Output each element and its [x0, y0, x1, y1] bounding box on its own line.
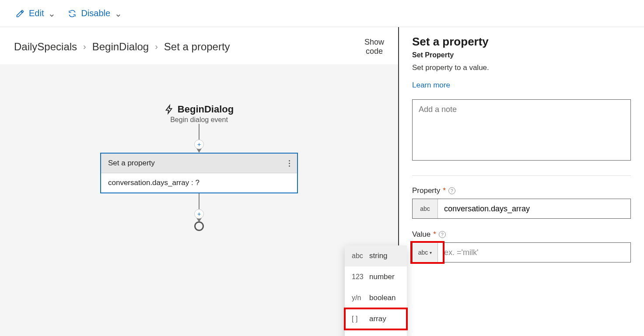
panel-description: Set property to a value.: [412, 63, 631, 72]
panel-subtitle: Set Property: [412, 51, 631, 59]
breadcrumb-item[interactable]: DailySpecials: [14, 41, 77, 53]
flow-canvas[interactable]: BeginDialog Begin dialog event + Set a p…: [0, 64, 398, 336]
type-option-array[interactable]: [ ] array: [345, 308, 407, 329]
required-indicator: *: [443, 186, 446, 195]
trigger-subtitle: Begin dialog event: [170, 116, 228, 124]
type-selector-popup: abc string 123 number y/n boolean [ ] ar…: [345, 245, 407, 336]
properties-panel: Set a property Set Property Set property…: [399, 27, 644, 336]
node-body: conversation.days_array : ?: [101, 173, 297, 192]
toolbar: Edit ⌄ Disable ⌄: [0, 0, 644, 27]
flow-end: [194, 221, 204, 231]
property-type-chip[interactable]: abc: [413, 199, 438, 218]
edit-button[interactable]: Edit ⌄: [16, 8, 56, 19]
note-input[interactable]: [412, 99, 631, 161]
trigger-title: BeginDialog: [178, 104, 234, 115]
canvas-column: DailySpecials › BeginDialog › Set a prop…: [0, 27, 399, 336]
type-option-object[interactable]: { } object: [345, 329, 407, 336]
disable-label: Disable: [81, 8, 110, 18]
value-input[interactable]: [438, 243, 630, 262]
learn-more-link[interactable]: Learn more: [412, 81, 450, 90]
value-field: abc ▾: [412, 242, 631, 262]
type-option-number[interactable]: 123 number: [345, 266, 407, 287]
breadcrumb: DailySpecials › BeginDialog › Set a prop…: [14, 41, 230, 53]
lightning-icon: [164, 104, 174, 115]
type-option-string[interactable]: abc string: [345, 245, 407, 266]
required-indicator: *: [433, 230, 436, 239]
property-label: Property: [412, 186, 440, 195]
value-label: Value: [412, 230, 430, 239]
breadcrumb-item[interactable]: BeginDialog: [92, 41, 149, 53]
chevron-right-icon: ›: [83, 42, 86, 52]
add-node-button[interactable]: +: [194, 209, 204, 219]
property-field: abc: [412, 199, 631, 219]
chevron-right-icon: ›: [155, 42, 158, 52]
refresh-icon: [68, 9, 77, 18]
divider: [412, 175, 631, 176]
breadcrumb-item[interactable]: Set a property: [164, 41, 230, 53]
chevron-down-icon: ⌄: [48, 8, 56, 19]
edit-icon: [16, 9, 24, 18]
edit-label: Edit: [29, 8, 44, 18]
add-node-button[interactable]: +: [194, 140, 204, 149]
node-title: Set a property: [108, 159, 155, 168]
property-input[interactable]: [438, 199, 630, 218]
set-property-node[interactable]: Set a property conversation.days_array :…: [100, 153, 298, 193]
show-code-button[interactable]: Show code: [364, 38, 384, 56]
panel-title: Set a property: [412, 35, 631, 49]
help-icon[interactable]: ?: [448, 187, 455, 194]
value-type-chip[interactable]: abc ▾: [413, 243, 438, 262]
type-option-boolean[interactable]: y/n boolean: [345, 287, 407, 308]
disable-button[interactable]: Disable ⌄: [68, 8, 122, 19]
chevron-down-icon: ⌄: [115, 8, 122, 19]
more-icon[interactable]: [289, 160, 290, 167]
help-icon[interactable]: ?: [439, 231, 446, 238]
chevron-down-icon: ▾: [430, 250, 432, 255]
